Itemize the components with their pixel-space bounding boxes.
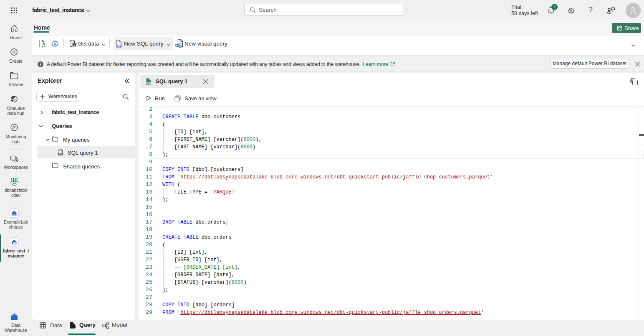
svg-text:SQL: SQL xyxy=(146,82,152,84)
svg-text:SQL: SQL xyxy=(116,44,122,48)
svg-text:SQL: SQL xyxy=(58,153,63,155)
